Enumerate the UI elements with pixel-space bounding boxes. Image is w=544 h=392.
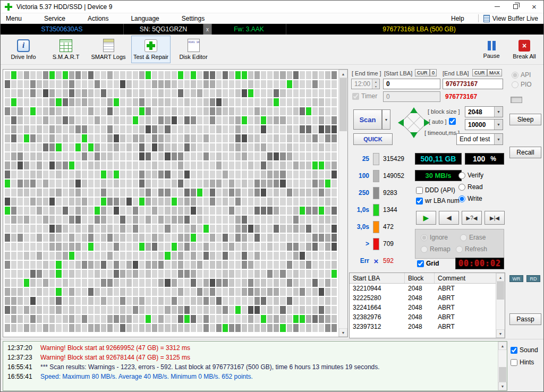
table-scrollbar[interactable]: ▲ ▼ <box>496 273 505 338</box>
block-size-combo[interactable]: 2048 ▼ <box>465 106 503 117</box>
read-radio-input[interactable] <box>458 184 465 191</box>
menu-item-settings[interactable]: Settings <box>182 15 205 22</box>
table-scroll-track[interactable] <box>496 282 505 329</box>
menu-item-actions[interactable]: Actions <box>88 15 108 22</box>
api-radio-input[interactable] <box>512 72 518 79</box>
recall-button[interactable]: Recall <box>509 147 541 158</box>
menu-item-service[interactable]: Service <box>44 15 65 22</box>
api-radio[interactable]: API <box>512 71 531 79</box>
step-back-button[interactable]: ◀ <box>439 211 459 225</box>
grid-scroll-thumb[interactable] <box>339 78 347 131</box>
start-lba-zero-button[interactable]: 0 <box>430 69 437 76</box>
menu-item-help[interactable]: Help <box>451 15 464 22</box>
scroll-up-icon[interactable]: ▲ <box>339 70 347 78</box>
passp-button[interactable]: Passp <box>509 313 541 325</box>
grid-scrollbar[interactable]: ▲ ▼ <box>338 70 347 337</box>
break-all-button[interactable]: Break All <box>508 36 540 63</box>
scan-dropdown-button[interactable]: ▼ <box>382 109 390 130</box>
sound-checkbox-input[interactable] <box>511 347 517 354</box>
drive-info-button[interactable]: i Drive Info <box>4 36 43 63</box>
refresh-radio-input[interactable] <box>456 246 463 253</box>
auto-checkbox[interactable]: [ auto ] <box>429 118 456 125</box>
pause-button[interactable]: Pause <box>478 36 505 63</box>
table-scroll-thumb[interactable] <box>497 282 504 300</box>
ddd-api-checkbox-input[interactable] <box>416 187 423 194</box>
device-close-button[interactable]: x <box>203 24 212 35</box>
pio-radio-input[interactable] <box>512 81 518 88</box>
ignore-radio[interactable]: Ignore <box>421 234 448 241</box>
table-row[interactable]: 32225280 2048 ABRT <box>350 293 496 303</box>
log-scroll-track[interactable] <box>498 350 507 382</box>
start-lba-cur-button[interactable]: CUR <box>415 69 430 76</box>
sound-checkbox[interactable]: Sound <box>511 346 538 354</box>
wr-lba-num-checkbox-input[interactable] <box>416 198 423 204</box>
timer-checkbox-input[interactable] <box>352 93 359 100</box>
table-row[interactable]: 32382976 2048 ABRT <box>350 312 496 322</box>
erase-radio[interactable]: Erase <box>460 234 486 241</box>
scroll-down-icon[interactable]: ▼ <box>496 329 505 338</box>
view-buffer-live-button[interactable]: View Buffer Live <box>483 15 538 22</box>
menu-item-menu[interactable]: Menu <box>6 15 22 22</box>
pio-radio[interactable]: PIO <box>512 81 532 88</box>
table-row[interactable]: 32210944 2048 ABRT <box>350 284 496 293</box>
log-scroll-thumb[interactable] <box>499 367 506 382</box>
scan-button[interactable]: Scan <box>353 109 382 130</box>
col-block[interactable]: Block <box>405 273 435 283</box>
ddd-api-checkbox[interactable]: DDD (API) <box>416 186 455 194</box>
chevron-down-icon[interactable]: ▼ <box>494 120 503 130</box>
rd-button[interactable]: RD <box>526 275 540 282</box>
timeout-combo[interactable]: 10000 ▼ <box>465 119 503 130</box>
wr-button[interactable]: WR <box>509 275 523 282</box>
menu-item-language[interactable]: Language <box>131 15 159 22</box>
table-row[interactable]: 32241664 2048 ABRT <box>350 303 496 312</box>
skip-question-button[interactable]: ▶?◀ <box>462 211 482 225</box>
verify-radio[interactable]: Verify <box>458 172 483 179</box>
sleep-button[interactable]: Sleep <box>509 114 541 125</box>
smart-button[interactable]: S.M.A.R.T <box>46 36 86 63</box>
continue-button[interactable]: ▶ <box>416 211 436 225</box>
col-start-lba[interactable]: Start LBA <box>350 273 405 283</box>
chevron-down-icon[interactable]: ▼ <box>494 134 503 144</box>
grid-scroll-track[interactable] <box>339 78 347 328</box>
device-model[interactable]: ST3500630AS <box>1 24 124 35</box>
scroll-up-icon[interactable]: ▲ <box>496 273 505 282</box>
end-time-field[interactable]: 12:00 ▲ ▼ <box>351 79 380 89</box>
jump-end-button[interactable]: ▶|◀ <box>484 211 505 225</box>
read-radio[interactable]: Read <box>458 183 483 191</box>
minimize-button[interactable] <box>488 1 506 13</box>
end-time-spinner[interactable]: ▲ ▼ <box>372 79 379 89</box>
hints-checkbox[interactable]: Hints <box>511 359 534 366</box>
spin-up-icon[interactable]: ▲ <box>372 79 379 84</box>
quick-button[interactable]: QUICK <box>353 133 393 145</box>
grid-checkbox[interactable]: Grid <box>417 260 439 267</box>
scroll-up-icon[interactable]: ▲ <box>498 342 507 350</box>
log-scrollbar[interactable]: ▲ ▼ <box>498 342 507 390</box>
test-repair-button[interactable]: Test & Repair <box>131 36 171 63</box>
wr-lba-num-checkbox[interactable]: wr LBA num <box>416 197 460 204</box>
scroll-down-icon[interactable]: ▼ <box>498 382 507 390</box>
end-of-test-combo[interactable]: End of test ▼ <box>456 133 503 145</box>
maximize-button[interactable] <box>506 1 525 13</box>
spin-down-icon[interactable]: ▼ <box>372 84 379 89</box>
smart-logs-button[interactable]: SMART Logs <box>89 36 128 63</box>
hints-checkbox-input[interactable] <box>511 359 517 366</box>
chevron-down-icon[interactable]: ▼ <box>494 107 503 117</box>
remap-radio[interactable]: Remap <box>421 245 450 253</box>
refresh-radio[interactable]: Refresh <box>456 245 487 253</box>
end-lba-input[interactable]: 976773167 <box>443 79 503 89</box>
verify-radio-input[interactable] <box>458 172 465 179</box>
end-lba-cur-button[interactable]: CUR <box>472 69 487 76</box>
scroll-down-icon[interactable]: ▼ <box>339 328 347 337</box>
disk-editor-button[interactable]: Disk Editor <box>174 36 213 63</box>
timer-checkbox[interactable]: Timer <box>352 92 377 100</box>
remap-radio-input[interactable] <box>421 246 428 253</box>
table-row[interactable]: 32397312 2048 ABRT <box>350 322 496 331</box>
close-button[interactable]: × <box>525 1 543 13</box>
ignore-radio-input[interactable] <box>421 234 428 241</box>
start-lba-input[interactable]: 0 <box>383 79 440 89</box>
end-lba-max-button[interactable]: MAX <box>487 69 502 76</box>
erase-radio-input[interactable] <box>460 234 467 241</box>
write-radio[interactable]: Write <box>458 195 482 202</box>
grid-checkbox-input[interactable] <box>417 260 424 267</box>
col-comment[interactable]: Comment <box>435 273 496 283</box>
